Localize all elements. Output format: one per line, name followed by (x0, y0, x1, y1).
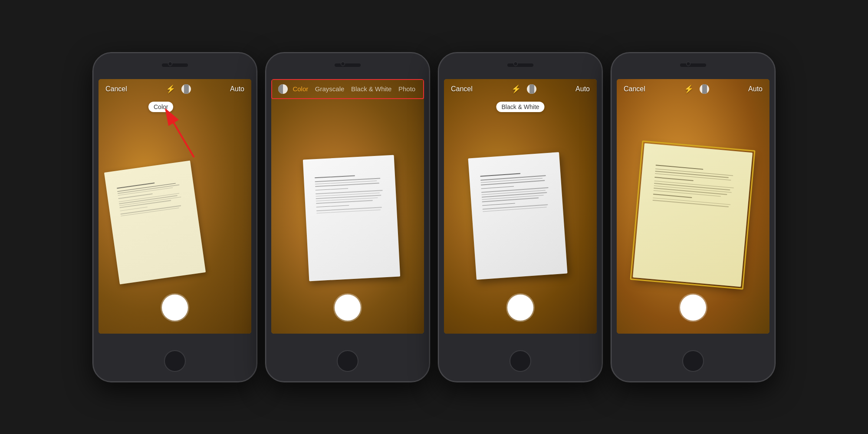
auto-btn-4[interactable]: Auto (748, 85, 763, 93)
top-bar-3: Cancel ⚡ Auto (444, 79, 597, 99)
document-2 (303, 155, 400, 281)
filter-half-3 (529, 84, 534, 94)
phone-4: Cancel ⚡ Auto (611, 52, 776, 382)
speaker-4 (680, 63, 706, 67)
cancel-btn-1[interactable]: Cancel (105, 85, 127, 93)
home-btn-1[interactable] (164, 350, 186, 372)
document-1 (104, 160, 206, 284)
side-btn-l-2 (265, 131, 266, 144)
camera-dot-3 (513, 62, 518, 66)
camera-dot-2 (341, 62, 345, 66)
phone-body-1: Cancel ⚡ Auto Color (92, 52, 257, 382)
filter-color-2[interactable]: Color (291, 84, 310, 93)
doc-text-3 (480, 171, 559, 267)
side-btn-r-4 (775, 140, 776, 162)
side-btn-r-3 (602, 140, 603, 162)
filter-mode-bar-2: Color Grayscale Black & White Photo (271, 79, 424, 99)
filter-bw-2[interactable]: Black & White (349, 84, 393, 93)
doc-text-2 (315, 173, 392, 268)
auto-btn-3[interactable]: Auto (575, 85, 590, 93)
document-3 (468, 152, 567, 280)
shutter-2[interactable] (335, 295, 361, 321)
cancel-btn-3[interactable]: Cancel (451, 85, 473, 93)
top-icons-3: ⚡ (511, 84, 536, 94)
speaker-3 (507, 63, 533, 67)
phone-body-3: Cancel ⚡ Auto Black & White (438, 52, 603, 382)
top-icons-1: ⚡ (166, 84, 191, 94)
top-bar-1: Cancel ⚡ Auto (99, 79, 251, 99)
home-btn-4[interactable] (682, 350, 704, 372)
shutter-4[interactable] (680, 295, 706, 321)
shutter-1[interactable] (162, 295, 188, 321)
side-btn-l-3 (438, 131, 439, 144)
flash-icon-3[interactable]: ⚡ (511, 84, 521, 94)
bw-badge-3: Black & White (496, 102, 544, 112)
filter-icon-3[interactable] (527, 84, 536, 94)
phone-screen-1: Cancel ⚡ Auto Color (99, 79, 251, 334)
doc-text-1 (117, 178, 197, 272)
flash-icon-4[interactable]: ⚡ (684, 84, 694, 94)
cancel-btn-4[interactable]: Cancel (624, 85, 645, 93)
phone-2: Color Grayscale Black & White Photo (265, 52, 430, 382)
camera-dot-4 (686, 62, 690, 66)
color-tooltip-1: Color (148, 102, 173, 112)
filter-icon-4[interactable] (700, 84, 709, 94)
home-btn-2[interactable] (337, 350, 358, 372)
home-btn-3[interactable] (510, 350, 531, 372)
top-bar-4: Cancel ⚡ Auto (617, 79, 769, 99)
speaker-1 (162, 63, 188, 67)
phone-3: Cancel ⚡ Auto Black & White (438, 52, 603, 382)
phone-screen-3: Cancel ⚡ Auto Black & White (444, 79, 597, 334)
speaker-2 (335, 63, 361, 67)
top-icons-4: ⚡ (684, 84, 709, 94)
phone-body-2: Color Grayscale Black & White Photo (265, 52, 430, 382)
side-btn-l-1 (92, 131, 93, 144)
shutter-3[interactable] (507, 295, 533, 321)
side-btn-l-4 (611, 131, 612, 144)
phone-screen-2: Color Grayscale Black & White Photo (271, 79, 424, 334)
phone-1: Cancel ⚡ Auto Color (92, 52, 257, 382)
filter-icon-1[interactable] (181, 84, 191, 94)
flash-icon-1[interactable]: ⚡ (166, 84, 175, 94)
filter-half-4 (702, 84, 707, 94)
filter-photo-2[interactable]: Photo (397, 84, 417, 93)
filter-grayscale-2[interactable]: Grayscale (313, 84, 346, 93)
filter-half-1 (184, 84, 189, 94)
filter-mode-icon-2 (278, 84, 288, 94)
phone-screen-4: Cancel ⚡ Auto (617, 79, 769, 334)
camera-dot-1 (168, 62, 172, 66)
side-btn-r-2 (429, 140, 430, 162)
phone-body-4: Cancel ⚡ Auto (611, 52, 776, 382)
auto-btn-1[interactable]: Auto (230, 85, 244, 93)
side-btn-r-1 (256, 140, 257, 162)
